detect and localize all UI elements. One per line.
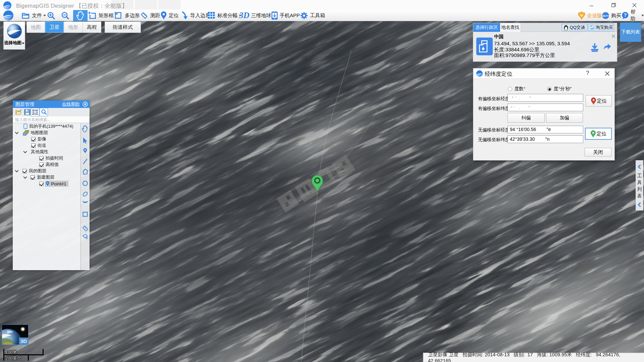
svg-text:BUY!: BUY!	[602, 14, 609, 17]
svg-text:?: ?	[624, 12, 627, 18]
